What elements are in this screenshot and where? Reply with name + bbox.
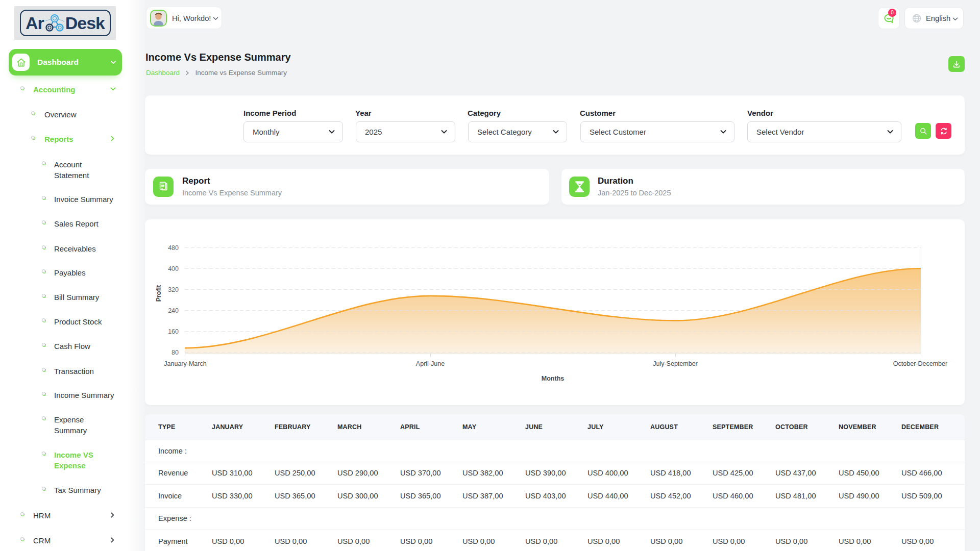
svg-text:320: 320 [168,286,179,293]
svg-text:80: 80 [172,349,179,356]
svg-text:Months: Months [542,375,564,382]
svg-text:Profit: Profit [155,285,162,302]
svg-text:240: 240 [168,307,179,314]
svg-text:480: 480 [168,244,179,252]
svg-text:160: 160 [168,328,179,335]
svg-text:October-December: October-December [893,360,947,367]
svg-text:400: 400 [168,265,179,272]
svg-text:April-June: April-June [416,360,445,367]
svg-text:July-September: July-September [653,360,698,367]
svg-text:January-March: January-March [164,360,206,367]
